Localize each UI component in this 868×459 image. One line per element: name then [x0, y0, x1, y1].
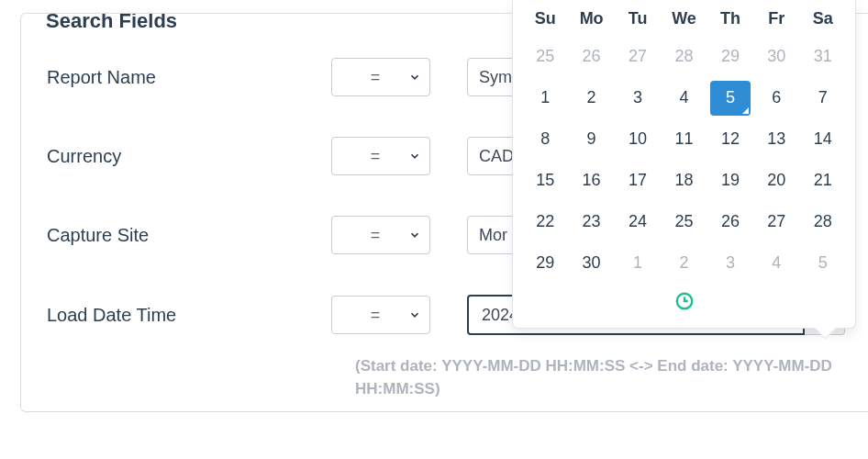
day-cell[interactable]: 10: [615, 118, 661, 160]
day-cell[interactable]: 2: [661, 242, 707, 284]
day-cell[interactable]: 20: [753, 160, 799, 201]
day-cell[interactable]: 9: [568, 118, 614, 160]
day-cell[interactable]: 4: [661, 77, 707, 118]
day-cell[interactable]: 21: [800, 160, 846, 201]
day-cell[interactable]: 26: [568, 36, 614, 77]
day-cell[interactable]: 6: [753, 77, 799, 118]
datepicker-footer: [522, 284, 846, 319]
label-capture-site: Capture Site: [47, 225, 331, 246]
day-cell[interactable]: 16: [568, 160, 614, 201]
day-cell[interactable]: 17: [615, 160, 661, 201]
day-cell[interactable]: 27: [753, 201, 799, 242]
day-cell[interactable]: 23: [568, 201, 614, 242]
day-cell[interactable]: 28: [661, 36, 707, 77]
operator-value: =: [332, 147, 400, 166]
day-cell[interactable]: 30: [753, 36, 799, 77]
day-cell[interactable]: 22: [522, 201, 568, 242]
chevron-down-icon: [400, 150, 429, 162]
day-cell[interactable]: 24: [615, 201, 661, 242]
day-cell[interactable]: 29: [522, 242, 568, 284]
operator-value: =: [332, 226, 400, 245]
weekday-header: Fr: [753, 6, 799, 36]
day-cell[interactable]: 5: [707, 77, 753, 118]
weekday-header: Mo: [568, 6, 614, 36]
operator-select-currency[interactable]: =: [331, 137, 430, 175]
day-cell[interactable]: 13: [753, 118, 799, 160]
day-cell[interactable]: 26: [707, 201, 753, 242]
weekday-header: Th: [707, 6, 753, 36]
weekday-header: Sa: [800, 6, 846, 36]
chevron-down-icon: [400, 308, 429, 321]
day-cell[interactable]: 28: [800, 201, 846, 242]
day-cell[interactable]: 8: [522, 118, 568, 160]
day-cell[interactable]: 2: [568, 77, 614, 118]
label-currency: Currency: [47, 146, 331, 167]
value-text: Sym: [479, 68, 512, 87]
day-cell[interactable]: 7: [800, 77, 846, 118]
day-cell[interactable]: 5: [800, 242, 846, 284]
day-cell[interactable]: 4: [753, 242, 799, 284]
operator-value: =: [332, 68, 400, 87]
day-cell[interactable]: 1: [615, 242, 661, 284]
operator-select-report-name[interactable]: =: [331, 58, 430, 96]
operator-value: =: [332, 306, 400, 325]
operator-select-load-date-time[interactable]: =: [331, 296, 430, 334]
day-cell[interactable]: 11: [661, 118, 707, 160]
day-cell[interactable]: 18: [661, 160, 707, 201]
weekday-header: Su: [522, 6, 568, 36]
day-cell[interactable]: 25: [522, 36, 568, 77]
day-cell[interactable]: 15: [522, 160, 568, 201]
label-report-name: Report Name: [47, 67, 331, 88]
operator-select-capture-site[interactable]: =: [331, 216, 430, 254]
day-cell[interactable]: 19: [707, 160, 753, 201]
chevron-down-icon: [400, 71, 429, 84]
day-cell[interactable]: 27: [615, 36, 661, 77]
day-cell[interactable]: 29: [707, 36, 753, 77]
day-cell[interactable]: 3: [707, 242, 753, 284]
value-text: CAD: [479, 147, 514, 166]
day-cell[interactable]: 14: [800, 118, 846, 160]
day-cell[interactable]: 3: [615, 77, 661, 118]
day-cell[interactable]: 1: [522, 77, 568, 118]
helper-text: (Start date: YYYY-MM-DD HH:MM:SS <-> End…: [21, 355, 868, 411]
day-cell[interactable]: 31: [800, 36, 846, 77]
day-cell[interactable]: 12: [707, 118, 753, 160]
weekday-header: Tu: [615, 6, 661, 36]
clock-icon[interactable]: [674, 291, 695, 311]
day-cell[interactable]: 30: [568, 242, 614, 284]
datepicker-popover: SuMoTuWeThFrSa25262728293031123456789101…: [512, 0, 856, 329]
day-cell[interactable]: 25: [661, 201, 707, 242]
datepicker-grid: SuMoTuWeThFrSa25262728293031123456789101…: [522, 6, 846, 284]
label-load-date-time: Load Date Time: [47, 305, 331, 326]
value-text: Mor: [479, 226, 507, 245]
weekday-header: We: [661, 6, 707, 36]
chevron-down-icon: [400, 229, 429, 241]
